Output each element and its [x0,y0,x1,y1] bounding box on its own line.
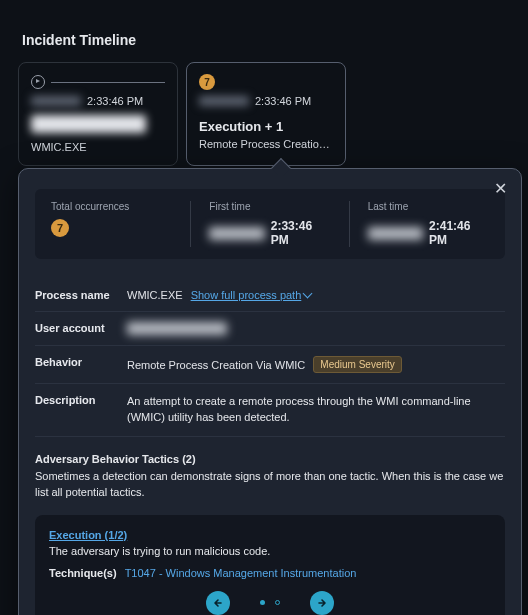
arrow-right-icon [316,597,328,609]
timeline-card-active[interactable]: 7 2:33:46 PM Execution + 1 Remote Proces… [186,62,346,166]
occ-total-label: Total occurrences [51,201,172,212]
first-time-label: First time [209,201,330,212]
tactic-description: The adversary is trying to run malicious… [49,545,491,557]
redacted-text [209,227,264,240]
show-full-path-link[interactable]: Show full process path [191,289,312,301]
page-dot-active[interactable] [260,600,265,605]
process-name-label: Process name [35,289,127,301]
process-name-value: WMIC.EXE [127,289,183,301]
occ-total-badge: 7 [51,219,69,237]
occurrence-summary: Total occurrences 7 First time 2:33:46 P… [35,189,505,259]
tactics-heading: Adversary Behavior Tactics (2) [35,453,505,465]
redacted-text [31,96,81,106]
first-time-value: 2:33:46 PM [271,219,331,247]
last-time-label: Last time [368,201,489,212]
timestamp: 2:33:46 PM [87,95,143,107]
card-subtitle: WMIC.EXE [31,141,165,153]
arrow-left-icon [212,597,224,609]
tactics-body: Sometimes a detection can demonstrate si… [35,469,505,501]
redacted-text [31,115,146,133]
behavior-label: Behavior [35,356,127,373]
timeline-row: 2:33:46 PM WMIC.EXE 7 2:33:46 PM Executi… [0,62,528,166]
redacted-text [127,322,227,335]
tactic-title-link[interactable]: Execution (1/2) [49,529,127,541]
page-dot[interactable] [275,600,280,605]
user-account-label: User account [35,322,127,335]
description-label: Description [35,394,127,426]
severity-badge: Medium Severity [313,356,401,373]
redacted-text [368,227,423,240]
tactic-pager [49,591,491,615]
behavior-value: Remote Process Creation Via WMIC [127,359,305,371]
detail-popover: ✕ Total occurrences 7 First time 2:33:46… [18,168,522,615]
timestamp: 2:33:46 PM [255,95,311,107]
next-button[interactable] [310,591,334,615]
redacted-text [199,96,249,106]
timeline-card[interactable]: 2:33:46 PM WMIC.EXE [18,62,178,166]
technique-link[interactable]: T1047 - Windows Management Instrumentati… [125,567,357,579]
chevron-down-icon [303,289,313,299]
card-title: Execution + 1 [199,119,333,134]
prev-button[interactable] [206,591,230,615]
description-value: An attempt to create a remote process th… [127,394,505,426]
play-icon [31,75,45,89]
section-title: Incident Timeline [0,0,528,62]
last-time-value: 2:41:46 PM [429,219,489,247]
connector-line [51,82,165,83]
technique-label: Technique(s) [49,567,117,579]
card-subtitle: Remote Process Creation … [199,138,333,150]
close-icon[interactable]: ✕ [490,175,511,202]
count-badge: 7 [199,74,215,90]
tactic-card: Execution (1/2) The adversary is trying … [35,515,505,615]
